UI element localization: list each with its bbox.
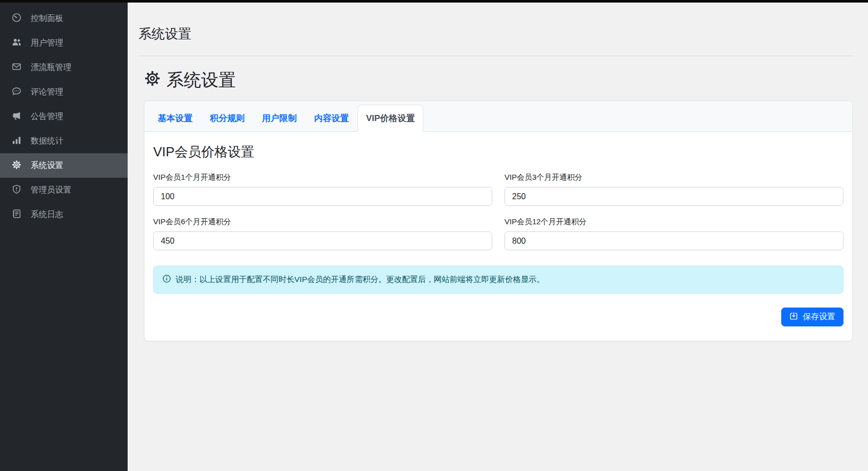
sidebar-item-statistics[interactable]: 数据统计 [0,129,128,153]
field-label: VIP会员12个月开通积分 [504,217,843,227]
sidebar-item-users[interactable]: 用户管理 [0,31,128,55]
speedometer-icon [12,13,21,25]
sidebar-item-system-settings[interactable]: 系统设置 [0,153,128,178]
save-settings-button[interactable]: 保存设置 [781,308,843,326]
settings-card: 基本设置 积分规则 用户限制 内容设置 VIP价格设置 VIP会员价格设置 VI… [144,101,853,341]
vip-3-month-points-input[interactable] [504,187,843,206]
sidebar-item-label: 漂流瓶管理 [31,62,71,73]
gear-icon [12,160,21,172]
vip-12-month-points-input[interactable] [504,231,843,250]
sidebar-item-label: 控制面板 [31,13,63,24]
sidebar: 控制面板 用户管理 漂流瓶管理 [0,0,128,471]
bar-chart-icon [12,135,21,147]
header-divider [138,56,854,56]
field-label: VIP会员3个月开通积分 [504,173,843,182]
page-title-text: 系统设置 [166,68,236,92]
field-vip-6-month: VIP会员6个月开通积分 [153,217,492,250]
sidebar-item-label: 系统日志 [31,209,63,220]
sidebar-item-label: 系统设置 [31,160,63,171]
sidebar-item-label: 评论管理 [31,87,63,98]
info-alert-text: 说明：以上设置用于配置不同时长VIP会员的开通所需积分。更改配置后，网站前端将立… [176,274,544,285]
field-vip-12-month: VIP会员12个月开通积分 [504,217,843,250]
info-alert: 说明：以上设置用于配置不同时长VIP会员的开通所需积分。更改配置后，网站前端将立… [153,266,843,294]
section-title: VIP会员价格设置 [153,143,843,161]
sidebar-item-label: 用户管理 [31,38,63,49]
sidebar-item-dashboard[interactable]: 控制面板 [0,6,128,31]
field-label: VIP会员6个月开通积分 [153,217,492,227]
tab-user-limits[interactable]: 用户限制 [253,105,305,132]
page-title: 系统设置 [144,68,853,92]
sidebar-item-admin-settings[interactable]: 管理员设置 [0,178,128,202]
field-label: VIP会员1个月开通积分 [153,173,492,182]
tab-vip-price-settings[interactable]: VIP价格设置 [357,105,423,132]
journal-icon [12,209,21,221]
window-top-strip [0,0,868,3]
vip-6-month-points-input[interactable] [153,231,492,250]
users-icon [12,37,21,49]
save-button-label: 保存设置 [803,312,835,322]
info-icon [162,274,171,285]
card-footer-row: 保存设置 [153,308,843,326]
tab-panel-vip-prices: VIP会员价格设置 VIP会员1个月开通积分 VIP会员3个月开通积分 VIP会… [144,132,852,341]
sidebar-item-system-logs[interactable]: 系统日志 [0,202,128,227]
megaphone-icon [12,111,21,123]
sidebar-item-announcements[interactable]: 公告管理 [0,104,128,129]
vip-1-month-points-input[interactable] [153,187,492,206]
field-vip-3-month: VIP会员3个月开通积分 [504,173,843,206]
save-icon [789,312,798,322]
sidebar-item-comments[interactable]: 评论管理 [0,80,128,104]
main-header: 系统设置 [128,0,868,56]
tab-points-rules[interactable]: 积分规则 [201,105,253,132]
main-area: 系统设置 系统设置 基本设置 积分规则 用户限制 内容设置 [128,0,868,471]
comment-icon [12,86,21,98]
content-area: 系统设置 基本设置 积分规则 用户限制 内容设置 VIP价格设置 VIP会员价格… [128,68,868,341]
sidebar-item-bottles[interactable]: 漂流瓶管理 [0,55,128,80]
vip-price-form: VIP会员1个月开通积分 VIP会员3个月开通积分 VIP会员6个月开通积分 V… [153,173,843,250]
shield-exclamation-icon [12,184,21,196]
sidebar-item-label: 数据统计 [31,136,63,147]
envelope-icon [12,62,21,74]
tab-basic-settings[interactable]: 基本设置 [149,105,201,132]
gear-icon [144,70,161,91]
header-title: 系统设置 [138,25,854,43]
sidebar-item-label: 公告管理 [31,111,63,122]
sidebar-item-label: 管理员设置 [31,185,71,196]
field-vip-1-month: VIP会员1个月开通积分 [153,173,492,206]
settings-tabs: 基本设置 积分规则 用户限制 内容设置 VIP价格设置 [144,101,852,132]
tab-content-settings[interactable]: 内容设置 [305,105,357,132]
